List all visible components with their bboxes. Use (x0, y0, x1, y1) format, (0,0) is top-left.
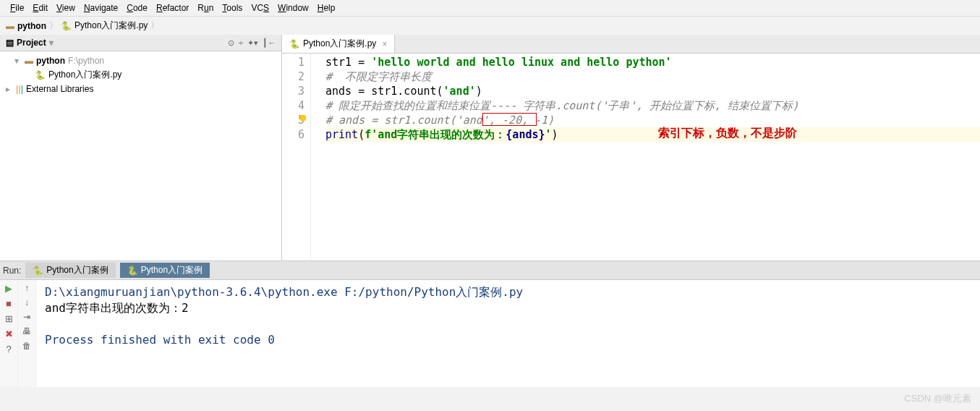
console-output[interactable]: D:\xiangmuruanjian\python-3.6.4\python.e… (36, 280, 980, 387)
menu-window[interactable]: Window (273, 1, 313, 14)
hide-icon[interactable]: ┃← (263, 38, 276, 48)
file-name: Python入门案例.py (48, 69, 122, 81)
editor-body[interactable]: 1 2 3 4 5 6 str1 = 'hello world and hell… (282, 54, 980, 260)
wrap-icon[interactable]: ⇥ (23, 312, 30, 322)
menu-bar: File Edit View Navigate Code Refactor Ru… (0, 0, 980, 17)
run-tab-1[interactable]: 🐍 Python入门案例 (25, 263, 115, 278)
python-file-icon: 🐍 (33, 266, 43, 276)
menu-code[interactable]: Code (122, 1, 152, 14)
help-icon[interactable]: ? (6, 344, 11, 355)
down-icon[interactable]: ↓ (25, 297, 29, 308)
annotation-text: 索引下标，负数，不是步阶 (658, 126, 797, 141)
divide-icon[interactable]: ÷ (239, 38, 243, 48)
main-split: ▤ Project ▾ ⊙ ÷ ✦▾ ┃← ▾ ▬ python F:\pyth… (0, 35, 980, 260)
project-icon: ▤ (6, 38, 14, 48)
python-file-icon: 🐍 (289, 39, 300, 49)
code-line-4: # 限定开始查找的位置和结束位置---- 字符串.count('子串', 开始位… (325, 98, 980, 113)
chevron-right-icon: 〉 (49, 20, 58, 32)
menu-edit[interactable]: Edit (28, 1, 52, 14)
menu-view[interactable]: View (52, 1, 80, 14)
tree-root[interactable]: ▾ ▬ python F:\python (0, 54, 281, 67)
root-name: python (36, 56, 65, 66)
root-path: F:\python (68, 56, 104, 66)
folder-icon: ▬ (25, 56, 33, 66)
tree-file[interactable]: 🐍 Python入门案例.py (0, 67, 281, 82)
run-toolbar-left: ▶ ■ ⊞ ✖ ? (0, 280, 18, 387)
library-icon: ||| (16, 84, 23, 94)
console-command: D:\xiangmuruanjian\python-3.6.4\python.e… (45, 284, 971, 300)
run-tab-2[interactable]: 🐍 Python入门案例 (120, 263, 210, 278)
gutter: 1 2 3 4 5 6 (282, 54, 311, 260)
editor-tab[interactable]: 🐍 Python入门案例.py × (282, 35, 395, 53)
expand-icon[interactable]: ▸ (6, 84, 13, 94)
layout-icon[interactable]: ⊞ (5, 313, 13, 324)
line-number: 6 (284, 127, 304, 142)
breadcrumb-file[interactable]: Python入门案例.py (74, 20, 148, 32)
python-file-icon: 🐍 (61, 21, 72, 31)
menu-tools[interactable]: Tools (218, 1, 247, 14)
libs-label: External Libraries (26, 84, 93, 94)
project-tree: ▾ ▬ python F:\python 🐍 Python入门案例.py ▸ |… (0, 51, 281, 98)
watermark: CSDN @唯元素 (904, 392, 971, 405)
code-line-5: # ands = str1.count('and', -20, -1) (325, 113, 980, 127)
annotation-box (482, 113, 537, 126)
console-blank (45, 316, 971, 332)
line-number: 2 (284, 69, 304, 84)
line-number: 5 (284, 113, 304, 127)
gutter-mark-icon (300, 115, 306, 121)
settings-icon[interactable]: ✦▾ (247, 38, 258, 48)
menu-navigate[interactable]: Navigate (80, 1, 122, 14)
run-body: ▶ ■ ⊞ ✖ ? ↑ ↓ ⇥ 🖶 🗑 D:\xiangmuruanjian\p… (0, 280, 980, 387)
editor-panel: 🐍 Python入门案例.py × 1 2 3 4 5 6 str1 = 'he… (282, 35, 980, 260)
python-file-icon: 🐍 (127, 266, 138, 276)
code-line-3: ands = str1.count('and') (325, 84, 980, 98)
breadcrumb: ▬ python 〉 🐍 Python入门案例.py 〉 (0, 17, 980, 35)
chevron-right-icon: 〉 (150, 20, 159, 32)
project-title[interactable]: Project (17, 38, 46, 48)
menu-run[interactable]: Run (193, 1, 218, 14)
code-line-1: str1 = 'hello world and hello linux and … (325, 55, 980, 69)
close-red-icon[interactable]: ✖ (5, 329, 13, 339)
project-header: ▤ Project ▾ ⊙ ÷ ✦▾ ┃← (0, 35, 281, 51)
run-panel: Run: 🐍 Python入门案例 🐍 Python入门案例 ▶ ■ ⊞ ✖ ?… (0, 260, 980, 387)
menu-file[interactable]: File (6, 1, 28, 14)
line-number: 1 (284, 55, 304, 69)
console-exit: Process finished with exit code 0 (45, 332, 971, 348)
stop-icon[interactable]: ■ (6, 298, 12, 309)
trash-icon[interactable]: 🗑 (22, 341, 31, 351)
console-output-line: and字符串出现的次数为：2 (45, 300, 971, 316)
run-toolbar-inner: ↑ ↓ ⇥ 🖶 🗑 (18, 280, 36, 387)
collapse-icon[interactable]: ⊙ (228, 38, 234, 48)
up-icon[interactable]: ↑ (25, 283, 29, 293)
line-number: 3 (284, 84, 304, 98)
menu-refactor[interactable]: Refactor (152, 1, 193, 14)
close-icon[interactable]: × (382, 39, 387, 49)
python-file-icon: 🐍 (35, 70, 46, 80)
tab-label: Python入门案例.py (303, 38, 376, 50)
code-area[interactable]: str1 = 'hello world and hello linux and … (311, 54, 980, 260)
code-line-2: # 不限定字符串长度 (325, 69, 980, 84)
run-tabs: Run: 🐍 Python入门案例 🐍 Python入门案例 (0, 261, 980, 280)
breadcrumb-folder[interactable]: python (17, 21, 46, 31)
menu-help[interactable]: Help (313, 1, 340, 14)
line-number: 4 (284, 98, 304, 113)
run-label: Run: (3, 266, 21, 276)
menu-vcs[interactable]: VCS (247, 1, 273, 14)
expand-icon[interactable]: ▾ (14, 56, 22, 66)
rerun-icon[interactable]: ▶ (5, 283, 12, 294)
folder-icon: ▬ (6, 21, 14, 31)
print-icon[interactable]: 🖶 (22, 326, 31, 336)
dropdown-icon[interactable]: ▾ (49, 38, 54, 48)
code-line-6: print(f'and字符串出现的次数为：{ands}') (325, 127, 980, 142)
tree-external-libs[interactable]: ▸ ||| External Libraries (0, 82, 281, 96)
project-panel: ▤ Project ▾ ⊙ ÷ ✦▾ ┃← ▾ ▬ python F:\pyth… (0, 35, 282, 260)
editor-tabs: 🐍 Python入门案例.py × (282, 35, 980, 54)
